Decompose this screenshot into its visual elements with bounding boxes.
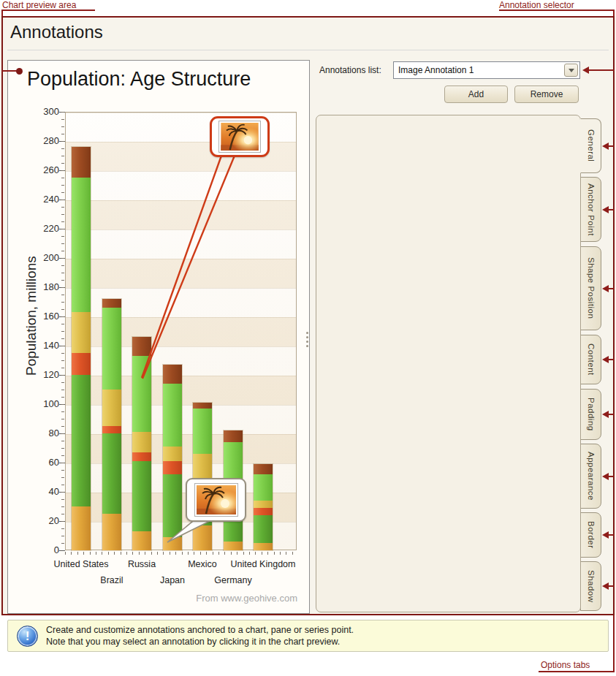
doc-connector <box>613 10 615 18</box>
tab-label: Shadow <box>587 570 596 603</box>
tab-label: Appearance <box>587 452 596 501</box>
bar-segment <box>132 337 151 356</box>
bar-segment <box>102 433 121 514</box>
palm-sunset-image <box>194 483 238 517</box>
chart-preview-area[interactable]: Population: Age Structure Population, mi… <box>7 60 310 614</box>
y-tick-label: 260 <box>34 164 59 175</box>
stacked-bar-brazil[interactable] <box>102 299 121 550</box>
bar-segment <box>193 403 212 409</box>
image-annotation-2[interactable] <box>186 478 246 522</box>
tab-shape-position[interactable]: Shape Position <box>580 246 601 330</box>
x-category-label: Germany <box>189 575 277 585</box>
bar-segment <box>132 531 151 550</box>
bar-segment <box>132 461 151 531</box>
doc-arrow-line <box>608 476 615 477</box>
tab-content[interactable]: Content <box>580 335 601 384</box>
bar-segment <box>72 312 91 353</box>
info-line-2: Note that you may select an annotation b… <box>46 636 354 647</box>
info-icon: ! <box>17 626 38 647</box>
y-tick-mark <box>59 550 65 551</box>
info-bar: ! Create and customize annotations ancho… <box>7 620 609 652</box>
bar-segment <box>72 178 91 312</box>
bar-segment <box>102 426 121 433</box>
y-tick-label: 220 <box>34 223 59 234</box>
doc-arrow-icon <box>602 285 609 292</box>
stacked-bar-united-states[interactable] <box>72 147 91 550</box>
x-minor-ticks <box>65 552 297 555</box>
y-tick-label: 0 <box>34 544 59 555</box>
palm-sunset-image <box>218 121 261 153</box>
y-tick-label: 80 <box>34 428 59 438</box>
bar-segment <box>254 515 273 543</box>
doc-arrow-line <box>608 414 615 415</box>
bar-segment <box>193 525 212 550</box>
splitter-grip[interactable] <box>306 330 308 349</box>
y-tick-label: 280 <box>34 135 59 146</box>
bar-segment <box>102 390 121 426</box>
doc-label-options-tabs: Options tabs <box>541 660 590 670</box>
stacked-bar-mexico[interactable] <box>193 403 212 550</box>
bar-segment <box>102 514 121 550</box>
doc-arrow-icon <box>602 143 609 150</box>
doc-arrow-line <box>608 585 615 587</box>
stacked-bar-japan[interactable] <box>163 365 182 550</box>
y-tick-label: 140 <box>34 340 59 351</box>
doc-arrow-icon <box>602 531 609 539</box>
info-line-1: Create and customize annotations anchore… <box>46 624 354 636</box>
bar-segment <box>163 537 182 550</box>
doc-arrow-line <box>608 359 615 360</box>
doc-label-chart-preview-area: Chart preview area <box>2 0 76 10</box>
bar-segment <box>163 384 182 447</box>
tab-padding[interactable]: Padding <box>580 389 601 440</box>
chart-title: Population: Age Structure <box>27 68 251 91</box>
remove-button[interactable]: Remove <box>514 86 579 103</box>
y-tick-label: 160 <box>34 311 59 322</box>
y-tick-label: 240 <box>34 194 59 205</box>
doc-connector <box>613 615 615 672</box>
bar-segment <box>72 506 91 550</box>
doc-arrow-line <box>588 69 615 71</box>
bar-segment <box>72 147 91 178</box>
doc-arrow-line <box>608 534 615 536</box>
stacked-bar-russia[interactable] <box>132 337 151 550</box>
y-axis-title: Population, millions <box>23 288 39 376</box>
bar-segment <box>132 356 151 432</box>
bar-segment <box>163 365 182 384</box>
dropdown-button[interactable] <box>564 64 578 77</box>
annotations-list-selected: Image Annotation 1 <box>394 65 564 75</box>
image-annotation-1[interactable] <box>210 116 270 157</box>
doc-arrow-line <box>608 209 615 210</box>
add-button[interactable]: Add <box>444 86 508 103</box>
bar-segment <box>72 375 91 506</box>
doc-underline-options-tabs <box>539 671 615 672</box>
doc-underline-left <box>1 10 95 11</box>
tab-label: General <box>587 129 596 162</box>
y-tick-label: 100 <box>34 398 59 409</box>
doc-arrow-icon <box>602 582 609 590</box>
annotations-list-label: Annotations list: <box>319 65 381 75</box>
doc-bullet-dot <box>16 68 23 75</box>
y-tick-label: 20 <box>34 515 59 526</box>
tab-label: Content <box>587 343 596 376</box>
bar-segment <box>254 474 273 501</box>
tab-border[interactable]: Border <box>580 512 601 558</box>
doc-arrow-icon <box>602 473 609 480</box>
tab-anchor-point[interactable]: Anchor Point <box>580 177 601 242</box>
tab-appearance[interactable]: Appearance <box>580 444 601 509</box>
stacked-bar-united-kingdom[interactable] <box>254 464 273 550</box>
annotations-list-dropdown[interactable]: Image Annotation 1 <box>393 61 580 79</box>
doc-label-annotation-selector: Annotation selector <box>499 0 574 10</box>
divider <box>7 50 609 50</box>
y-tick-label: 40 <box>34 486 59 497</box>
doc-connector <box>1 10 3 18</box>
tab-label: Padding <box>587 398 596 431</box>
bar-segment <box>163 474 182 537</box>
tab-general[interactable]: General <box>580 118 601 173</box>
tab-shadow[interactable]: Shadow <box>580 561 601 611</box>
doc-connector <box>1 70 18 72</box>
bar-segment <box>163 461 182 474</box>
doc-arrow-icon <box>602 411 609 418</box>
page-title: Annotations <box>10 22 103 42</box>
bar-segment <box>254 464 273 474</box>
bar-segment <box>254 508 273 515</box>
